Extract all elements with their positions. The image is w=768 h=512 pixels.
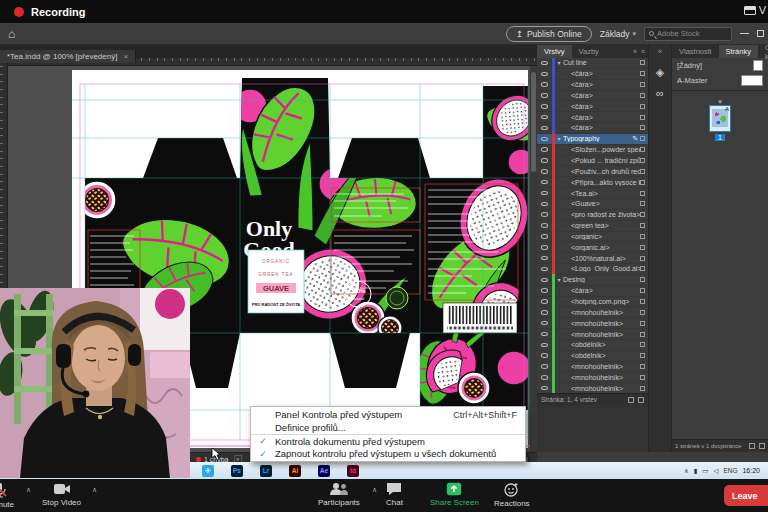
visibility-eye-icon[interactable] [541, 137, 548, 142]
layer-target-square[interactable] [640, 310, 645, 315]
layer-target-square[interactable] [640, 245, 645, 250]
context-menu-item[interactable]: Panel Kontrola před výstupem Ctrl+Alt+Sh… [251, 408, 525, 421]
view-button[interactable]: V [744, 4, 766, 16]
visibility-eye-icon[interactable] [541, 353, 548, 358]
clock[interactable]: 16:20 [742, 467, 760, 474]
layer-row[interactable]: <mnohoúhelník> ✎ [537, 372, 648, 383]
layer-row[interactable]: <Připra...akto vysoce kva...> ✎ [537, 177, 648, 188]
visibility-eye-icon[interactable] [541, 180, 548, 185]
layer-row[interactable]: <čára> ✎ [537, 286, 648, 297]
pages-panel-tab[interactable]: CC knihovny [758, 45, 768, 58]
visibility-eye-icon[interactable] [541, 310, 548, 315]
context-menu-item[interactable]: ✓ Zapnout kontrolu před výstupem u všech… [251, 447, 525, 460]
layer-row[interactable]: <organic.ai> ✎ [537, 242, 648, 253]
visibility-eye-icon[interactable] [541, 278, 548, 283]
layer-target-square[interactable] [640, 342, 645, 347]
visibility-eye-icon[interactable] [541, 115, 548, 120]
layers-dock-icon[interactable]: ◈ [656, 66, 664, 79]
context-menu-item[interactable]: Definice profilů... [251, 421, 525, 434]
visibility-eye-icon[interactable] [541, 364, 548, 369]
minimize-icon[interactable] [740, 33, 749, 34]
document-tab[interactable]: *Tea.indd @ 100% [převedený] × [0, 50, 136, 63]
new-page-icon[interactable] [749, 443, 755, 449]
layer-row[interactable]: <organic> ✎ [537, 232, 648, 243]
visibility-eye-icon[interactable] [541, 375, 548, 380]
taskbar-app-icon[interactable]: Ai [289, 465, 301, 477]
layer-target-square[interactable] [640, 386, 645, 391]
layer-row[interactable]: ▾ Desing ✎ [537, 275, 648, 286]
layer-row[interactable]: <Guave> ✎ [537, 199, 648, 210]
layer-target-square[interactable] [640, 180, 645, 185]
layer-target-square[interactable] [640, 191, 645, 196]
layer-target-square[interactable] [640, 169, 645, 174]
visibility-eye-icon[interactable] [541, 256, 548, 261]
taskbar-app-icon[interactable]: Id [347, 465, 359, 477]
visibility-eye-icon[interactable] [541, 61, 548, 66]
unmute-button[interactable]: Unmute [0, 482, 14, 509]
layer-row[interactable]: <mnohoúhelník> ✎ [537, 329, 648, 340]
visibility-eye-icon[interactable] [541, 245, 548, 250]
leave-button[interactable]: Leave [724, 485, 768, 506]
visibility-eye-icon[interactable] [541, 202, 548, 207]
visibility-eye-icon[interactable] [541, 104, 548, 109]
layer-row[interactable]: <mnohoúhelník> ✎ [537, 307, 648, 318]
visibility-eye-icon[interactable] [541, 267, 548, 272]
layer-target-square[interactable] [640, 299, 645, 304]
workspace-switcher[interactable]: Základy▾ [600, 29, 636, 39]
layer-row[interactable]: <čára> ✎ [537, 101, 648, 112]
layer-row[interactable]: <hotpng.com.png> ✎ [537, 297, 648, 308]
layer-row[interactable]: ▾ Cut line ✎ [537, 58, 648, 69]
layer-row[interactable]: <mnohoúhelník> ✎ [537, 318, 648, 329]
webcam-video[interactable] [0, 288, 190, 478]
layer-row[interactable]: <obdélník> ✎ [537, 351, 648, 362]
layer-row[interactable]: <pro radost ze života> ✎ [537, 210, 648, 221]
delete-layer-icon[interactable] [638, 397, 644, 403]
collapse-panels-icon[interactable]: « [658, 45, 662, 58]
layer-target-square[interactable] [640, 201, 645, 206]
publish-online-button[interactable]: ↥ Publish Online [506, 26, 592, 42]
taskbar-app-icon[interactable]: Ae [318, 465, 330, 477]
layer-row[interactable]: <čára> ✎ [537, 80, 648, 91]
layer-target-square[interactable] [640, 256, 645, 261]
visibility-eye-icon[interactable] [541, 191, 548, 196]
layer-target-square[interactable] [640, 353, 645, 358]
visibility-eye-icon[interactable] [541, 212, 548, 217]
vertical-scrollbar[interactable] [530, 66, 537, 452]
panel-expand-icon[interactable]: » [633, 48, 637, 55]
layer-target-square[interactable] [640, 321, 645, 326]
tray-volume-icon[interactable]: ◁ [713, 467, 718, 475]
layer-row[interactable]: <čára> ✎ [537, 69, 648, 80]
layer-target-square[interactable] [640, 60, 645, 65]
home-icon[interactable]: ⌂ [8, 27, 15, 41]
layer-target-square[interactable] [640, 277, 645, 282]
tab-vazby[interactable]: Vazby [572, 45, 606, 58]
adobe-stock-search-input[interactable]: Adobe Stock [644, 27, 732, 41]
layer-row[interactable]: <čára> ✎ [537, 123, 648, 134]
chat-button[interactable]: Chat [386, 482, 403, 507]
stop-video-button[interactable]: Stop Video [42, 482, 81, 507]
layer-target-square[interactable] [640, 223, 645, 228]
info-box[interactable]: ORGANIC GREEN TEA GUAVE PRO RADOST ZE ŽI… [248, 250, 304, 313]
layer-target-square[interactable] [640, 288, 645, 293]
layer-row[interactable]: <100%natural.ai> ✎ [537, 253, 648, 264]
layer-row[interactable]: <Složen...powder special...> ✎ [537, 145, 648, 156]
video-options-caret[interactable]: ∧ [92, 486, 97, 494]
layer-row[interactable]: <Tea.ai> ✎ [537, 188, 648, 199]
maximize-icon[interactable] [757, 30, 764, 37]
layer-target-square[interactable] [640, 125, 645, 130]
participants-button[interactable]: Participants [318, 482, 360, 507]
visibility-eye-icon[interactable] [541, 386, 548, 391]
visibility-eye-icon[interactable] [541, 147, 548, 152]
taskbar-app-icon[interactable]: ✈ [202, 465, 214, 477]
visibility-eye-icon[interactable] [541, 321, 548, 326]
layer-target-square[interactable] [640, 158, 645, 163]
layer-target-square[interactable] [640, 115, 645, 120]
panel-menu-icon[interactable]: ≡ [641, 48, 645, 55]
layer-row[interactable]: <obdélník> ✎ [537, 340, 648, 351]
visibility-eye-icon[interactable] [541, 93, 548, 98]
master-none-row[interactable]: [Žádný] [672, 58, 768, 73]
participants-options-caret[interactable]: ∧ [372, 486, 377, 494]
layer-target-square[interactable] [640, 375, 645, 380]
expand-chevron-icon[interactable]: ▾ [555, 135, 563, 142]
visibility-eye-icon[interactable] [541, 332, 548, 337]
